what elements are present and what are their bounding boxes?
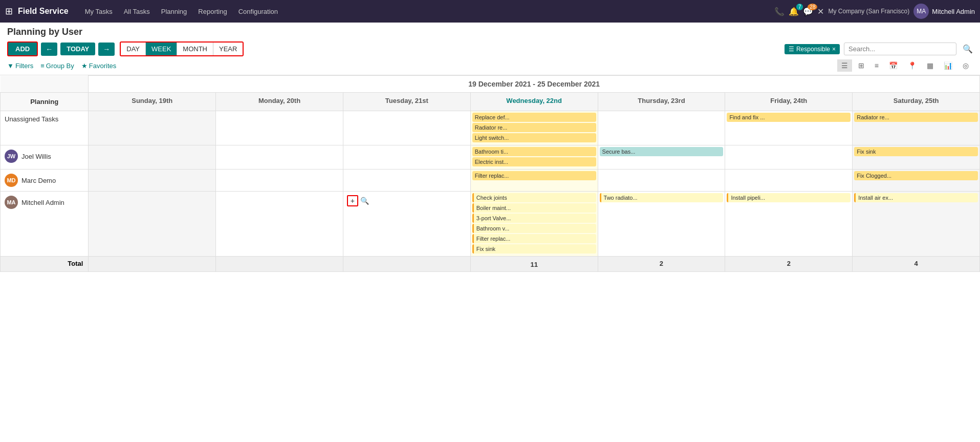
grid-icon[interactable]: ⊞	[5, 6, 13, 17]
cell-unassigned-wed[interactable]: Replace def... Radiator re... Light swit…	[470, 111, 598, 145]
menu-all-tasks[interactable]: All Tasks	[119, 6, 155, 17]
cell-mitchell-sat[interactable]: Install air ex...	[853, 192, 980, 257]
day-header-tue: Tuesday, 21st	[343, 93, 470, 111]
filter-tag-close[interactable]: ×	[832, 46, 836, 53]
cell-joel-sun[interactable]	[89, 145, 216, 170]
mitchell-name: Mitchell Admin	[21, 199, 64, 206]
menu-my-tasks[interactable]: My Tasks	[80, 6, 118, 17]
prev-button[interactable]: ←	[41, 43, 57, 56]
close-icon[interactable]: ✕	[817, 7, 824, 16]
view-chart-icon[interactable]: 📊	[940, 59, 956, 72]
list-item[interactable]: Radiator re...	[472, 123, 596, 132]
total-row: Total 11 2 2 4	[1, 257, 980, 272]
user-avatar: MA	[913, 4, 929, 19]
list-item[interactable]: Two radiato...	[600, 193, 724, 202]
list-item[interactable]: Fix sink	[472, 244, 596, 254]
cell-joel-sat[interactable]: Fix sink	[853, 145, 980, 170]
joel-avatar: JW	[5, 150, 18, 163]
list-item[interactable]: Replace def...	[472, 113, 596, 122]
day-header-thu: Thursday, 23rd	[598, 93, 725, 111]
list-item[interactable]: Bathroom v...	[472, 224, 596, 233]
list-item[interactable]: Radiator re...	[854, 113, 978, 122]
list-item[interactable]: Fix sink	[854, 147, 978, 156]
view-activity-icon[interactable]: ◎	[959, 59, 973, 72]
cell-joel-wed[interactable]: Bathroom ti... Electric inst...	[470, 145, 598, 170]
list-item[interactable]: Boiler maint...	[472, 203, 596, 213]
mitchell-avatar: MA	[5, 196, 18, 209]
list-item[interactable]: Electric inst...	[472, 157, 596, 166]
cell-marc-wed[interactable]: Filter replac...	[470, 170, 598, 192]
period-year[interactable]: YEAR	[213, 43, 243, 55]
zoom-icon[interactable]: 🔍	[360, 197, 369, 205]
menu-configuration[interactable]: Configuration	[233, 6, 283, 17]
next-button[interactable]: →	[98, 43, 115, 56]
list-item[interactable]: 3-port Valve...	[472, 214, 596, 223]
search-input[interactable]	[844, 43, 956, 55]
list-item[interactable]: Find and fix ...	[727, 113, 851, 122]
cell-joel-fri[interactable]	[725, 145, 853, 170]
cell-mitchell-wed[interactable]: Check joints Boiler maint... 3-port Valv…	[470, 192, 598, 257]
period-day[interactable]: DAY	[121, 43, 146, 55]
list-item[interactable]: Filter replac...	[472, 234, 596, 243]
period-week[interactable]: WEEK	[146, 43, 177, 55]
list-item[interactable]: Fix Clogged...	[854, 171, 978, 180]
add-button[interactable]: ADD	[7, 41, 38, 56]
bell-badge: 7	[796, 4, 803, 10]
add-task-button[interactable]: +	[347, 195, 358, 206]
list-item[interactable]: Filter replac...	[472, 171, 596, 180]
menu-planning[interactable]: Planning	[156, 6, 192, 17]
star-icon: ★	[81, 62, 88, 70]
cell-unassigned-tue[interactable]	[343, 111, 470, 145]
today-button[interactable]: TODAY	[60, 43, 95, 55]
cell-unassigned-sun[interactable]	[89, 111, 216, 145]
cell-mitchell-fri[interactable]: Install pipeli...	[725, 192, 853, 257]
list-item[interactable]: Install pipeli...	[727, 193, 851, 202]
day-header-mon: Monday, 20th	[216, 93, 343, 111]
cell-mitchell-tue[interactable]: + 🔍	[343, 192, 470, 257]
cell-unassigned-mon[interactable]	[216, 111, 343, 145]
cell-marc-mon[interactable]	[216, 170, 343, 192]
list-item[interactable]: Light switch...	[472, 133, 596, 142]
cell-joel-thu[interactable]: Secure bas...	[598, 145, 725, 170]
list-item[interactable]: Secure bas...	[600, 147, 724, 156]
groupby-button[interactable]: ≡ Group By	[40, 62, 74, 70]
cell-joel-tue[interactable]	[343, 145, 470, 170]
cell-unassigned-sat[interactable]: Radiator re...	[853, 111, 980, 145]
filter-area: ☰ Responsible × 🔍	[785, 43, 973, 55]
user-menu[interactable]: MA Mitchell Admin	[913, 4, 975, 19]
day-header-sat: Saturday, 25th	[853, 93, 980, 111]
view-table-icon[interactable]: ▦	[923, 59, 938, 72]
period-month[interactable]: MONTH	[177, 43, 213, 55]
cell-marc-fri[interactable]	[725, 170, 853, 192]
view-kanban-icon[interactable]: ⊞	[854, 59, 868, 72]
bell-icon[interactable]: 🔔7	[789, 7, 799, 16]
list-item[interactable]: Bathroom ti...	[472, 147, 596, 156]
cell-mitchell-sun[interactable]	[89, 192, 216, 257]
favorites-button[interactable]: ★ Favorites	[81, 62, 116, 70]
filters-button[interactable]: ▼ Filters	[7, 62, 33, 70]
cell-marc-thu[interactable]	[598, 170, 725, 192]
cell-unassigned-fri[interactable]: Find and fix ...	[725, 111, 853, 145]
list-item[interactable]: Install air ex...	[854, 193, 978, 202]
cell-joel-mon[interactable]	[216, 145, 343, 170]
total-label: Total	[1, 257, 89, 272]
cell-marc-tue[interactable]	[343, 170, 470, 192]
groupby-icon: ≡	[40, 62, 45, 70]
list-item[interactable]: Check joints	[472, 193, 596, 202]
view-list-icon[interactable]: ☰	[837, 59, 852, 72]
cell-marc-sat[interactable]: Fix Clogged...	[853, 170, 980, 192]
chat-icon[interactable]: 💬28	[803, 7, 813, 16]
cell-mitchell-mon[interactable]	[216, 192, 343, 257]
cell-marc-sun[interactable]	[89, 170, 216, 192]
cell-mitchell-thu[interactable]: Two radiato...	[598, 192, 725, 257]
marc-avatar: MD	[5, 174, 18, 187]
view-detail-icon[interactable]: ≡	[870, 59, 883, 72]
cell-unassigned-thu[interactable]	[598, 111, 725, 145]
total-thu: 2	[598, 257, 725, 272]
view-map-icon[interactable]: 📍	[904, 59, 921, 72]
menu-reporting[interactable]: Reporting	[193, 6, 232, 17]
phone-icon[interactable]: 📞	[774, 7, 785, 16]
topnav: ⊞ Field Service My Tasks All Tasks Plann…	[0, 0, 980, 23]
search-icon[interactable]: 🔍	[963, 44, 973, 54]
view-calendar-icon[interactable]: 📅	[885, 59, 902, 72]
